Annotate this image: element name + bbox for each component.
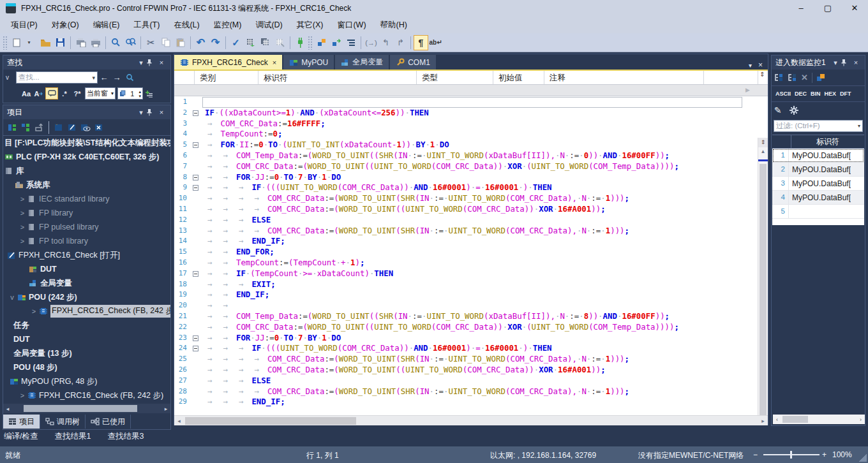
search-input[interactable]: 查找... ▾	[16, 71, 98, 84]
wildcard-button[interactable]: ?*	[71, 87, 84, 99]
resize-grip[interactable]	[859, 454, 867, 462]
format-button-ASCII[interactable]: ASCII	[774, 89, 792, 99]
navigate-back-button[interactable]: ↰	[378, 35, 393, 50]
toolbar-grip[interactable]	[3, 36, 8, 50]
find-button[interactable]	[108, 35, 123, 50]
grid-column-初始值[interactable]: 初始值	[493, 71, 544, 84]
tab-list-dropdown-icon[interactable]: ▾	[749, 62, 752, 69]
code-line[interactable]: 20→→	[174, 300, 742, 311]
expand-grid-icon[interactable]: ▶	[745, 87, 750, 93]
paste-button[interactable]	[173, 35, 188, 50]
new-dropdown-caret[interactable]: ▾	[24, 35, 38, 50]
print-preview-button[interactable]	[73, 35, 88, 50]
show-whitespace-button[interactable]: ¶	[414, 35, 428, 50]
chevron-right-icon[interactable]: >	[17, 195, 27, 203]
code-line[interactable]: 2IF·((xDataCount>=1)·AND·(xDataCount<=25…	[174, 108, 742, 119]
tree-item[interactable]: 系统库	[3, 178, 170, 192]
code-line[interactable]: 4→TempCount:=0;	[174, 129, 742, 140]
close-button[interactable]: ✕	[841, 0, 868, 17]
code-line[interactable]: 16→→TempCount:=(TempCount·+·1);	[174, 258, 742, 268]
expand-all-button[interactable]	[6, 120, 19, 135]
scrollbar-thumb[interactable]	[760, 164, 767, 415]
fold-marker-icon[interactable]	[191, 108, 202, 119]
scroll-right-icon[interactable]: ›	[857, 416, 865, 423]
tree-item[interactable]: DUT	[3, 262, 170, 276]
scrollbar-thumb[interactable]	[24, 405, 137, 412]
tree-item[interactable]: FPXH_CRC16_Check [打开]	[3, 248, 170, 262]
scroll-left-icon[interactable]: ◂	[174, 418, 184, 424]
code-line[interactable]: 1	[174, 97, 742, 108]
code-line[interactable]: 6→→COM_Temp_Data:=(WORD_TO_UINT((SHR(IN·…	[174, 151, 742, 161]
code-line[interactable]: 14→→→END_IF;	[174, 236, 742, 247]
menu-item-7[interactable]: 调试(D)	[248, 17, 289, 33]
zoom-in-icon[interactable]: +	[822, 450, 827, 459]
code-line[interactable]: 17→→IF·(TempCount·>=·xDataCount)·THEN	[174, 268, 742, 279]
maximize-button[interactable]: ▢	[814, 0, 841, 17]
tree-item[interactable]: >FP library	[3, 206, 170, 220]
chevron-right-icon[interactable]: >	[17, 209, 27, 217]
register-variable-icon[interactable]	[774, 73, 784, 82]
watch-row[interactable]: 3MyPOU.DataBuf[	[772, 177, 864, 191]
chevron-right-icon[interactable]: >	[17, 237, 27, 245]
scroll-left-icon[interactable]: ◂	[3, 406, 12, 412]
fold-marker-icon[interactable]	[191, 182, 202, 193]
panel-menu-icon[interactable]: ▾	[136, 108, 146, 117]
delete-entry-icon[interactable]: ✕	[801, 73, 808, 82]
new-object-button[interactable]	[52, 120, 65, 135]
code-line[interactable]: 9→→→IF·(((UINT_TO_WORD(COM_CRC_Data))·AN…	[174, 182, 742, 193]
format-button-DEC[interactable]: DEC	[793, 89, 808, 99]
monitor-entry-button[interactable]	[314, 35, 329, 50]
grid-column-注释[interactable]: 注释	[544, 71, 704, 84]
scroll-right-icon[interactable]: ▸	[161, 406, 170, 412]
code-line[interactable]: 28→→→→COM_CRC_Data:=(WORD_TO_UINT(SHR(IN…	[174, 386, 742, 397]
dock-tab-已使用[interactable]: 已使用	[86, 415, 131, 429]
code-line[interactable]: 18→→→EXIT;	[174, 279, 742, 290]
close-document-icon[interactable]: ×	[758, 61, 763, 70]
output-tab-查找结果3[interactable]: 查找结果3	[107, 431, 144, 442]
code-line[interactable]: 3→COM_CRC_Data:=16#FFFF;	[174, 119, 742, 129]
monitor-horizontal-scrollbar[interactable]: ‹ ›	[773, 415, 865, 424]
fold-marker-icon[interactable]	[191, 268, 202, 279]
copy-button[interactable]	[158, 35, 173, 50]
grid-column-标识符[interactable]: 标识符	[258, 71, 417, 84]
menu-item-4[interactable]: 工具(T)	[126, 17, 167, 33]
dock-tab-项目[interactable]: 项目	[3, 415, 40, 429]
search-history-dropdown-icon[interactable]: ▾	[92, 75, 95, 81]
search-selection-toggle[interactable]	[45, 87, 58, 99]
menu-item-9[interactable]: 窗口(W)	[330, 17, 373, 33]
fold-marker-icon[interactable]	[191, 333, 202, 344]
tree-item[interactable]: >IEC standard library	[3, 192, 170, 206]
panel-menu-icon[interactable]: ▾	[136, 59, 146, 67]
output-tab-编译/检查[interactable]: 编译/检查	[4, 431, 38, 442]
zoom-slider-thumb[interactable]	[790, 451, 792, 459]
compile-button[interactable]	[243, 35, 258, 50]
close-tab-icon[interactable]: ×	[273, 59, 276, 66]
find-previous-button[interactable]: ←	[98, 71, 110, 84]
fold-marker-icon[interactable]	[191, 172, 202, 183]
chevron-right-icon[interactable]: >	[17, 223, 27, 231]
check-program-button[interactable]: ✓	[228, 35, 243, 50]
monitor-step-button[interactable]	[329, 35, 343, 50]
edit-object-button[interactable]	[65, 120, 79, 135]
pin-icon[interactable]	[146, 108, 156, 116]
format-button-HEX[interactable]: HEX	[823, 89, 838, 99]
editor-horizontal-scrollbar[interactable]: ◂ ▸	[174, 415, 768, 425]
tree-item[interactable]: >FPXH_CRC16_Check (FB, 242 步)	[3, 304, 170, 318]
pin-icon[interactable]	[146, 59, 156, 66]
compile-all-button[interactable]	[258, 35, 273, 50]
tree-item[interactable]: 任务	[3, 318, 170, 332]
editor-vertical-scrollbar[interactable]: ⇕ ▲ ▼	[758, 138, 768, 415]
editor-tab-MyPOU[interactable]: MyPOU	[283, 55, 334, 70]
editor-tab-COM1[interactable]: COM1	[390, 55, 436, 70]
code-line[interactable]: 13→→→→COM_CRC_Data:=(WORD_TO_UINT(SHR(IN…	[174, 226, 742, 237]
chevron-down-icon[interactable]: v	[7, 293, 17, 301]
collapse-all-button[interactable]	[19, 120, 33, 135]
scrollbar-thumb[interactable]	[185, 417, 356, 425]
grid-column-类别[interactable]: 类别	[195, 71, 258, 84]
split-editor-handle[interactable]: ⇕	[758, 138, 768, 147]
search-depth-stepper[interactable]: 1 ▴▾	[117, 87, 143, 99]
search-scope-select[interactable]: 当前窗 ▾	[85, 87, 116, 99]
jump-bracket-button[interactable]: (→)	[364, 35, 378, 50]
open-project-button[interactable]	[38, 35, 53, 50]
whole-word-button[interactable]: A	[33, 87, 45, 99]
